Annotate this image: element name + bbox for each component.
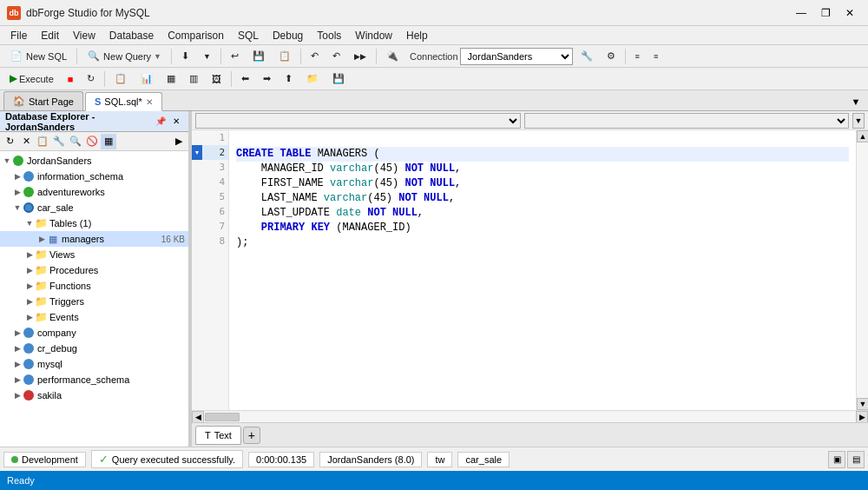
object-dropdown[interactable] [524, 113, 850, 129]
menu-item-tools[interactable]: Tools [310, 28, 348, 43]
menu-item-sql[interactable]: SQL [231, 28, 266, 43]
tree-item-root[interactable]: ▼ JordanSanders [0, 153, 188, 169]
toolbar-btn-5[interactable]: ↩ [225, 47, 245, 66]
expand-icon[interactable]: ▼ [2, 156, 12, 166]
expand-icon[interactable]: ▶ [12, 328, 23, 338]
toolbar-btn-4[interactable]: ▼ [197, 47, 217, 66]
scroll-down-btn[interactable]: ▼ [857, 398, 868, 410]
conn-btn-1[interactable]: 🔧 [575, 47, 599, 66]
menu-item-edit[interactable]: Edit [34, 28, 66, 43]
horizontal-scrollbar[interactable]: ◀ ▶ [192, 410, 868, 422]
toolbar-btn-6[interactable]: 💾 [247, 47, 271, 66]
sidebar-more-btn[interactable]: ▶ [171, 134, 187, 149]
filter-dropdown-btn[interactable]: ▼ [852, 113, 865, 129]
t2-btn-5[interactable]: 🖼 [206, 70, 227, 89]
t2-btn-3[interactable]: ▦ [161, 70, 181, 89]
expand-icon[interactable]: ▶ [24, 296, 35, 307]
scroll-up-btn[interactable]: ▲ [857, 130, 868, 142]
tree-item-company[interactable]: ▶ company [0, 325, 188, 341]
tree-item-views[interactable]: ▶ 📁 Views [0, 247, 188, 262]
tree-item-adventureworks[interactable]: ▶ adventureworks [0, 184, 188, 200]
t2-btn-4[interactable]: ▥ [183, 70, 204, 89]
new-query-button[interactable]: 🔍 New Query ▼ [81, 47, 168, 66]
tree-item-crdebug[interactable]: ▶ cr_debug [0, 341, 188, 356]
menu-item-help[interactable]: Help [399, 28, 435, 43]
sidebar-filter2-btn[interactable]: 🔍 [68, 134, 83, 149]
expand-icon[interactable]: ▶ [12, 374, 23, 385]
t2-btn-6[interactable]: ⬅ [235, 70, 255, 89]
sidebar-close-button[interactable]: ✕ [169, 115, 183, 129]
sidebar-filter3-btn[interactable]: 🚫 [84, 134, 100, 149]
add-tab-button[interactable]: + [243, 427, 260, 444]
toolbar-btn-7[interactable]: 📋 [273, 47, 297, 66]
new-sql-button[interactable]: 📄 New SQL [3, 47, 73, 66]
toolbar-btn-9[interactable]: ↶ [326, 47, 346, 66]
expand-icon[interactable]: ▶ [12, 187, 23, 197]
h-scroll-thumb[interactable] [205, 413, 240, 421]
menu-item-comparison[interactable]: Comparison [161, 28, 231, 43]
vertical-scrollbar[interactable]: ▲ ▼ [856, 130, 868, 410]
sidebar-grid-btn[interactable]: ▦ [101, 134, 116, 149]
expand-icon[interactable]: ▶ [36, 234, 47, 244]
close-button[interactable]: ✕ [838, 4, 861, 22]
bottom-tab-text[interactable]: T Text [195, 426, 241, 445]
sidebar-delete-btn[interactable]: ✕ [18, 134, 34, 149]
tree-item-car-sale[interactable]: ▼ car_sale [0, 200, 188, 215]
menu-item-file[interactable]: File [3, 28, 34, 43]
tree-item-perf-schema[interactable]: ▶ performance_schema [0, 372, 188, 387]
t2-btn-2[interactable]: 📊 [135, 70, 159, 89]
restore-button[interactable]: ❐ [814, 4, 837, 22]
t2-btn-8[interactable]: ⬆ [279, 70, 299, 89]
scroll-right-btn[interactable]: ▶ [856, 411, 868, 423]
expand-icon[interactable]: ▶ [12, 171, 23, 182]
toolbar-btn-8[interactable]: ↶ [305, 47, 325, 66]
t2-btn-10[interactable]: 💾 [326, 70, 351, 89]
layout-icon-1[interactable]: ▣ [828, 451, 845, 468]
tab-close-button[interactable]: ✕ [146, 97, 153, 107]
tab-sql[interactable]: S SQL.sql* ✕ [85, 92, 162, 111]
expand-icon[interactable]: ▼ [24, 218, 35, 228]
tree-item-info-schema[interactable]: ▶ information_schema [0, 169, 188, 184]
tree-item-managers[interactable]: ▶ ▦ managers 16 KB [0, 231, 188, 247]
tree-item-procedures[interactable]: ▶ 📁 Procedures [0, 262, 188, 278]
tree-item-triggers[interactable]: ▶ 📁 Triggers [0, 294, 188, 309]
minimize-button[interactable]: — [790, 4, 812, 22]
connection-icon-btn[interactable]: 🔌 [380, 47, 404, 66]
menu-item-view[interactable]: View [66, 28, 102, 43]
connection-dropdown[interactable]: JordanSanders [460, 48, 573, 65]
menu-item-database[interactable]: Database [102, 28, 161, 43]
toolbar-btn-3[interactable]: ⬇ [175, 47, 195, 66]
scroll-left-btn[interactable]: ◀ [192, 411, 204, 423]
refresh-btn[interactable]: ↻ [81, 70, 101, 89]
expand-icon[interactable]: ▶ [12, 343, 23, 354]
menu-item-window[interactable]: Window [348, 28, 399, 43]
tree-item-events[interactable]: ▶ 📁 Events [0, 309, 188, 325]
expand-icon[interactable]: ▶ [12, 390, 23, 401]
tree-item-functions[interactable]: ▶ 📁 Functions [0, 278, 188, 294]
expand-icon[interactable]: ▶ [24, 281, 35, 291]
tab-menu-btn[interactable]: ▼ [847, 93, 865, 110]
code-editor[interactable]: CREATE TABLE MANAGERS ( MANAGER_ID varch… [229, 130, 856, 410]
execute-btn[interactable]: ▶ Execute [3, 70, 60, 89]
conn-btn-2[interactable]: ⚙ [601, 47, 621, 66]
schema-dropdown[interactable] [195, 113, 521, 129]
toolbar-extra[interactable]: ≡ [629, 47, 646, 66]
sidebar-filter-btn[interactable]: 🔧 [51, 134, 67, 149]
sidebar-copy-btn[interactable]: 📋 [35, 134, 50, 149]
tree-item-mysql[interactable]: ▶ mysql [0, 356, 188, 372]
t2-btn-9[interactable]: 📁 [300, 70, 325, 89]
expand-icon[interactable]: ▶ [12, 359, 23, 369]
t2-btn-1[interactable]: 📋 [108, 70, 133, 89]
tree-item-tables[interactable]: ▼ 📁 Tables (1) [0, 215, 188, 231]
expand-icon[interactable]: ▶ [24, 265, 35, 275]
layout-icon-2[interactable]: ▤ [847, 451, 865, 468]
sidebar-refresh-btn[interactable]: ↻ [2, 134, 17, 149]
sidebar-pin-button[interactable]: 📌 [154, 115, 168, 129]
tab-start-page[interactable]: 🏠 Start Page [3, 91, 83, 110]
stop-btn[interactable]: ■ [62, 70, 80, 89]
menu-item-debug[interactable]: Debug [266, 28, 310, 43]
toolbar-extra2[interactable]: ≡ [648, 47, 664, 66]
expand-icon[interactable]: ▶ [24, 249, 35, 260]
tree-item-sakila[interactable]: ▶ sakila [0, 387, 188, 403]
expand-icon[interactable]: ▶ [24, 312, 35, 322]
